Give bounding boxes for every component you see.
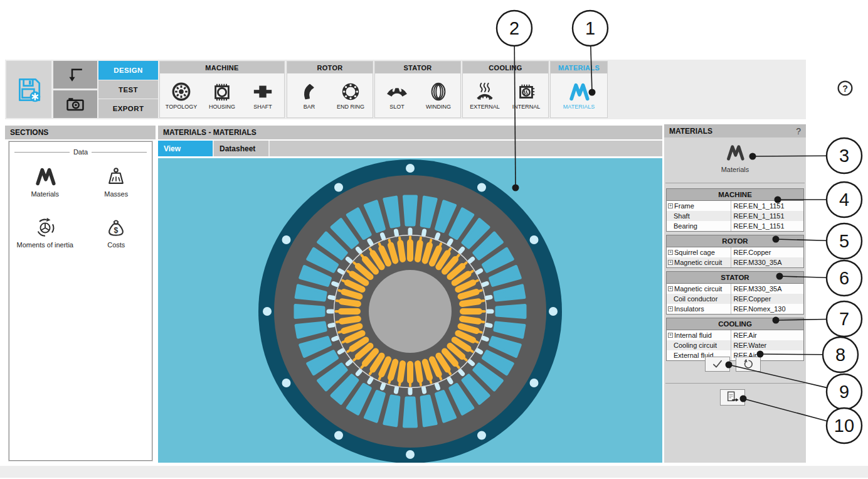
toolbar-item-label: TOPOLOGY <box>166 104 197 110</box>
mode-button-design[interactable]: DESIGN <box>98 61 158 80</box>
view-title: MATERIALS - MATERIALS <box>158 126 662 139</box>
help-icon: ? <box>837 80 854 97</box>
table-row[interactable]: +Magnetic circuitREF.M330_35A <box>667 284 803 294</box>
table-row[interactable]: +Magnetic circuitREF.M330_35A <box>667 257 803 267</box>
import-arrow-icon <box>66 65 85 84</box>
table-row[interactable]: External fluidREF.Air <box>667 350 803 360</box>
mode-button-test[interactable]: TEST <box>98 80 158 99</box>
callout-number: 8 <box>835 345 845 365</box>
costs-icon: $ <box>105 217 127 238</box>
expand-toggle-icon[interactable]: + <box>668 260 673 265</box>
row-label: +Magnetic circuit <box>667 284 731 294</box>
callout-number: 9 <box>839 382 849 402</box>
toolbar-item-label: END RING <box>337 104 364 110</box>
row-value[interactable]: REF.EN_1_1151 <box>731 221 803 231</box>
tab-view[interactable]: View <box>158 141 214 156</box>
callout-circle <box>827 301 862 336</box>
inertia-icon <box>34 217 56 238</box>
toolbar-item-topology[interactable]: TOPOLOGY <box>162 81 201 110</box>
materials-panel-title-text: MATERIALS <box>669 127 712 136</box>
row-value[interactable]: REF.EN_1_1151 <box>731 201 803 211</box>
toolbar-item-internal[interactable]: INTERNAL <box>507 81 546 110</box>
table-row[interactable]: +InsulatorsREF.Nomex_130 <box>667 304 803 314</box>
group-header: COOLING <box>463 62 548 73</box>
divider <box>665 183 805 183</box>
toolbar-item-label: SHAFT <box>253 104 272 110</box>
materials-icon <box>726 143 744 162</box>
materials-panel-title: MATERIALS ? <box>664 124 806 137</box>
row-value[interactable]: REF.M330_35A <box>731 284 803 294</box>
toolbar-item-shaft[interactable]: SHAFT <box>243 81 282 110</box>
expand-toggle-icon[interactable]: + <box>668 203 673 208</box>
callout-circle <box>827 182 862 217</box>
group-header: MACHINE <box>160 62 284 73</box>
data-item-moments-of-inertia[interactable]: Moments of inertia <box>9 217 81 249</box>
callout-circle <box>497 11 532 46</box>
toolbar-item-housing[interactable]: HOUSING <box>203 81 241 110</box>
data-item-masses[interactable]: Masses <box>81 166 152 198</box>
panel-help-button[interactable]: ? <box>796 126 801 136</box>
row-value[interactable]: REF.Water <box>731 340 803 350</box>
table-row[interactable]: ShaftREF.EN_1_1151 <box>667 211 803 221</box>
table-row[interactable]: Coil conductorREF.Copper <box>667 294 803 304</box>
restore-button[interactable] <box>736 357 761 372</box>
topology-icon <box>171 81 192 102</box>
callout-circle <box>827 408 862 443</box>
row-label: +Squirrel cage <box>667 247 731 257</box>
toolbar-item-slot[interactable]: SLOT <box>378 81 416 110</box>
toolbar-item-external[interactable]: EXTERNAL <box>465 81 504 110</box>
mode-button-export[interactable]: EXPORT <box>98 99 158 118</box>
table-row[interactable]: Cooling circuitREF.Water <box>667 340 803 350</box>
expand-toggle-icon[interactable]: + <box>668 250 673 255</box>
toolbar-item-label: HOUSING <box>209 104 235 110</box>
sections-panel: SECTIONS Data MaterialsMassesMoments of … <box>5 126 156 463</box>
group-body: TOPOLOGYHOUSINGSHAFT <box>160 73 284 117</box>
save-button[interactable] <box>6 61 51 118</box>
toolbar-item-winding[interactable]: WINDING <box>419 81 458 110</box>
table-row[interactable]: BearingREF.EN_1_1151 <box>667 221 803 231</box>
row-value[interactable]: REF.EN_1_1151 <box>731 211 803 221</box>
callout-number: 5 <box>839 231 849 251</box>
row-label: Shaft <box>667 211 731 221</box>
help-button[interactable]: ? <box>837 80 854 97</box>
row-label: Bearing <box>667 221 731 231</box>
row-value[interactable]: REF.Copper <box>731 294 803 304</box>
expand-toggle-icon[interactable]: + <box>668 306 673 311</box>
screenshot-button[interactable] <box>53 90 97 118</box>
toolbar-item-materials[interactable]: MATERIALS <box>559 81 598 110</box>
motor-view-canvas[interactable] <box>158 158 662 463</box>
screenshot-camera-icon <box>65 94 85 114</box>
group-body: MATERIALS <box>551 73 607 117</box>
tab-datasheet[interactable]: Datasheet <box>214 141 270 156</box>
group-body: EXTERNALINTERNAL <box>463 73 548 117</box>
callout-circle <box>573 11 608 46</box>
toolbar-item-label: EXTERNAL <box>470 104 500 110</box>
export-button[interactable] <box>720 389 745 406</box>
stator-slot-icon <box>386 81 408 102</box>
row-value[interactable]: REF.M330_35A <box>731 257 803 267</box>
data-item-materials[interactable]: Materials <box>9 166 81 198</box>
table-row[interactable]: +Internal fluidREF.Air <box>667 330 803 340</box>
row-value[interactable]: REF.Copper <box>731 247 803 257</box>
table-row[interactable]: +FrameREF.EN_1_1151 <box>667 201 803 211</box>
apply-button[interactable] <box>705 357 730 372</box>
group-header: STATOR <box>375 62 460 73</box>
data-item-label: Moments of inertia <box>17 241 73 249</box>
table-header: STATOR <box>667 272 803 284</box>
expand-toggle-icon[interactable]: + <box>668 333 673 338</box>
expand-toggle-icon[interactable]: + <box>668 286 673 291</box>
save-icon <box>14 75 43 104</box>
sections-title: SECTIONS <box>5 126 156 139</box>
row-value[interactable]: REF.Nomex_130 <box>731 304 803 314</box>
row-value[interactable]: REF.Air <box>731 330 803 340</box>
data-item-costs[interactable]: $Costs <box>81 217 152 249</box>
import-button[interactable] <box>53 61 97 89</box>
table-row[interactable]: +Squirrel cageREF.Copper <box>667 247 803 257</box>
toolbar-group-materials: MATERIALSMATERIALS <box>550 61 608 118</box>
toolbar-item-label: INTERNAL <box>512 104 541 110</box>
toolbar-item-end-ring[interactable]: END RING <box>331 81 370 110</box>
callout-number: 6 <box>839 268 849 288</box>
toolbar-item-bar[interactable]: BAR <box>290 81 329 110</box>
data-group-legend: Data <box>14 148 147 156</box>
table-header: ROTOR <box>667 235 803 247</box>
